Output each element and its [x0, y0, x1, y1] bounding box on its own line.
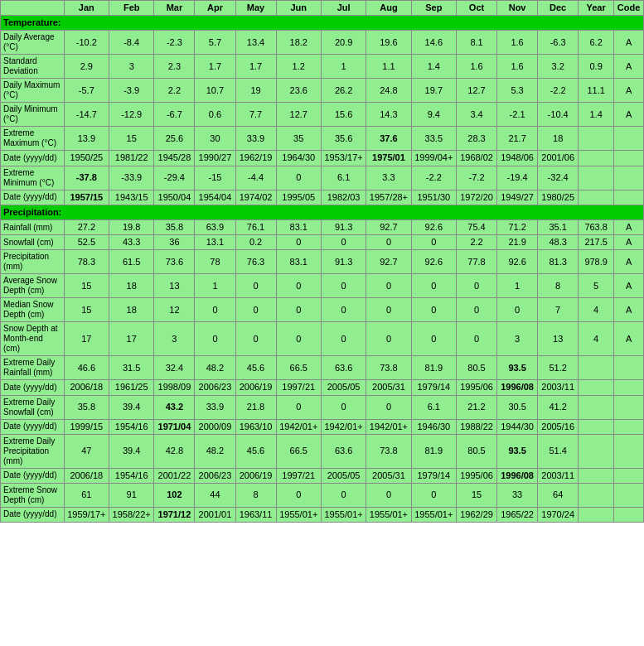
cell-value: 17 — [109, 322, 154, 356]
cell-value: 1946/30 — [411, 419, 456, 434]
section-header-0: Temperature: — [1, 16, 644, 31]
cell-value: 1988/22 — [457, 419, 497, 434]
cell-value: 1996/08 — [497, 468, 538, 483]
cell-value: 41.2 — [538, 395, 579, 419]
cell-value: 1 — [497, 274, 538, 298]
cell-value: 0 — [276, 322, 321, 356]
cell-value: 24.8 — [366, 79, 411, 103]
cell-value: 13 — [538, 322, 579, 356]
cell-value: 75.4 — [457, 219, 497, 234]
cell-value: 0 — [366, 483, 411, 507]
cell-value: 3.3 — [366, 166, 411, 190]
cell-value: 2001/01 — [195, 507, 235, 522]
cell-value: 77.8 — [457, 250, 497, 274]
cell-value: 0 — [235, 298, 276, 322]
month-header-jul: Jul — [321, 1, 366, 16]
cell-value: 0 — [321, 235, 366, 250]
cell-value: 1950/25 — [64, 151, 109, 166]
cell-value: 2006/18 — [64, 380, 109, 395]
cell-value: 1954/16 — [109, 468, 154, 483]
cell-value: 11.1 — [579, 79, 614, 103]
cell-value: 0 — [321, 483, 366, 507]
cell-value: 19 — [235, 79, 276, 103]
cell-value: 14.3 — [366, 103, 411, 127]
cell-value: A — [614, 103, 644, 127]
cell-value — [579, 434, 614, 468]
cell-value: 19.7 — [411, 79, 456, 103]
cell-value: 39.4 — [109, 395, 154, 419]
table-row: Average Snow Depth (cm)1518131000000185A — [1, 274, 644, 298]
cell-value: 92.7 — [366, 219, 411, 234]
cell-value: 73.8 — [366, 356, 411, 380]
table-row: Daily Average (°C)-10.2-8.4-2.35.713.418… — [1, 31, 644, 55]
cell-value: 42.8 — [154, 434, 195, 468]
cell-value: 0 — [411, 322, 456, 356]
cell-value: 76.3 — [235, 250, 276, 274]
cell-value: 1979/14 — [411, 468, 456, 483]
cell-value: 91.3 — [321, 250, 366, 274]
cell-value: 1954/16 — [109, 419, 154, 434]
cell-value: 1996/08 — [497, 380, 538, 395]
cell-value: 1953/17+ — [321, 151, 366, 166]
table-row: Daily Minimum (°C)-14.7-12.9-6.70.67.712… — [1, 103, 644, 127]
cell-value: 12 — [154, 298, 195, 322]
cell-value: 48.3 — [538, 235, 579, 250]
cell-value: 36 — [154, 235, 195, 250]
cell-value — [614, 434, 644, 468]
cell-value: 7.7 — [235, 103, 276, 127]
cell-value: 1955/01+ — [411, 507, 456, 522]
cell-value: A — [614, 219, 644, 234]
cell-value: 0 — [411, 298, 456, 322]
cell-value: 1.6 — [497, 55, 538, 79]
cell-value: -6.7 — [154, 103, 195, 127]
cell-value: 0 — [321, 322, 366, 356]
cell-value: 1981/22 — [109, 151, 154, 166]
cell-value: 1951/30 — [411, 190, 456, 205]
cell-value: -3.9 — [109, 79, 154, 103]
cell-value: -8.4 — [109, 31, 154, 55]
row-label: Date (yyyy/dd) — [1, 419, 65, 434]
table-row: Date (yyyy/dd)1950/251981/221945/281990/… — [1, 151, 644, 166]
cell-value: 1.6 — [457, 55, 497, 79]
cell-value: 5.7 — [195, 31, 235, 55]
cell-value: 66.5 — [276, 434, 321, 468]
cell-value: 2006/18 — [64, 468, 109, 483]
cell-value: 1942/01+ — [366, 419, 411, 434]
cell-value: 1982/03 — [321, 190, 366, 205]
cell-value: -12.9 — [109, 103, 154, 127]
cell-value: 0 — [321, 395, 366, 419]
cell-value: 6.1 — [411, 395, 456, 419]
cell-value: 91 — [109, 483, 154, 507]
row-label: Daily Average (°C) — [1, 31, 65, 55]
table-row: Date (yyyy/dd)2006/181954/162001/222006/… — [1, 468, 644, 483]
row-label: Average Snow Depth (cm) — [1, 274, 65, 298]
cell-value: -33.9 — [109, 166, 154, 190]
climate-data-table: JanFebMarAprMayJunJulAugSepOctNovDecYear… — [0, 0, 644, 523]
cell-value: 0 — [366, 322, 411, 356]
cell-value: 0 — [411, 483, 456, 507]
cell-value: 0 — [457, 322, 497, 356]
table-row: Median Snow Depth (cm)1518120000000074A — [1, 298, 644, 322]
cell-value: 2.9 — [64, 55, 109, 79]
month-header-may: May — [235, 1, 276, 16]
cell-value: 1997/21 — [276, 380, 321, 395]
cell-value: 5.3 — [497, 79, 538, 103]
cell-value: 35.8 — [64, 395, 109, 419]
cell-value: 2000/09 — [195, 419, 235, 434]
cell-value: 12.7 — [457, 79, 497, 103]
row-label: Date (yyyy/dd) — [1, 190, 65, 205]
cell-value: 32.4 — [154, 356, 195, 380]
cell-value: 35.6 — [321, 127, 366, 151]
cell-value: 763.8 — [579, 219, 614, 234]
cell-value: 21.2 — [457, 395, 497, 419]
cell-value: 35 — [276, 127, 321, 151]
cell-value: 2003/11 — [538, 380, 579, 395]
cell-value: 1949/27 — [497, 190, 538, 205]
cell-value: 31.5 — [109, 356, 154, 380]
row-label: Rainfall (mm) — [1, 219, 65, 234]
cell-value: 80.5 — [457, 356, 497, 380]
cell-value: -29.4 — [154, 166, 195, 190]
cell-value: 1971/04 — [154, 419, 195, 434]
table-row: Extreme Daily Precipitation (mm)4739.442… — [1, 434, 644, 468]
cell-value: 33 — [497, 483, 538, 507]
